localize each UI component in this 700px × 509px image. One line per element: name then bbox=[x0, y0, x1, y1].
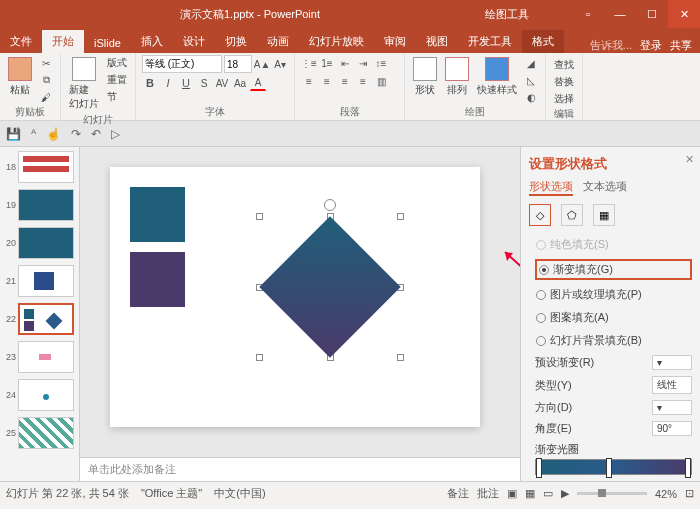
status-language[interactable]: 中文(中国) bbox=[214, 486, 265, 501]
justify-icon[interactable]: ≡ bbox=[355, 73, 371, 89]
thumb-23[interactable]: 23 bbox=[2, 341, 77, 373]
shape-effects-icon[interactable]: ◐ bbox=[523, 89, 539, 105]
minimize-icon[interactable]: — bbox=[604, 0, 636, 28]
new-slide-button[interactable]: 新建 幻灯片 bbox=[67, 55, 101, 113]
qat-undo-icon[interactable]: ↶ bbox=[91, 127, 101, 141]
resize-handle[interactable] bbox=[397, 213, 404, 220]
tab-islide[interactable]: iSlide bbox=[84, 33, 131, 53]
find-button[interactable]: 查找 bbox=[552, 57, 576, 73]
indent-inc-icon[interactable]: ⇥ bbox=[355, 55, 371, 71]
bold-icon[interactable]: B bbox=[142, 75, 158, 91]
numbering-icon[interactable]: 1≡ bbox=[319, 55, 335, 71]
layout-button[interactable]: 版式 bbox=[105, 55, 129, 71]
arrange-button[interactable]: 排列 bbox=[443, 55, 471, 99]
preset-gradient-dropdown[interactable]: ▾ bbox=[652, 355, 692, 370]
thumb-22[interactable]: 22 bbox=[2, 303, 77, 335]
share-button[interactable]: 共享 bbox=[670, 38, 692, 53]
replace-button[interactable]: 替换 bbox=[552, 74, 576, 90]
tab-view[interactable]: 视图 bbox=[416, 30, 458, 53]
slide-canvas[interactable]: 单击此处添加备注 bbox=[80, 147, 520, 481]
tell-me[interactable]: 告诉我... bbox=[590, 38, 632, 53]
select-button[interactable]: 选择 bbox=[552, 91, 576, 107]
gradient-stops-slider[interactable] bbox=[535, 459, 692, 475]
fill-gradient-radio[interactable]: 渐变填充(G) bbox=[535, 259, 692, 280]
resize-handle[interactable] bbox=[397, 354, 404, 361]
tab-design[interactable]: 设计 bbox=[173, 30, 215, 53]
gradient-stop[interactable] bbox=[685, 458, 691, 478]
ribbon-display-icon[interactable]: ▫ bbox=[572, 0, 604, 28]
spacing-icon[interactable]: Aa bbox=[232, 75, 248, 91]
align-right-icon[interactable]: ≡ bbox=[337, 73, 353, 89]
reset-button[interactable]: 重置 bbox=[105, 72, 129, 88]
tab-developer[interactable]: 开发工具 bbox=[458, 30, 522, 53]
fit-window-icon[interactable]: ⊡ bbox=[685, 487, 694, 500]
tab-review[interactable]: 审阅 bbox=[374, 30, 416, 53]
rotation-handle-icon[interactable] bbox=[324, 199, 336, 211]
gradient-type-dropdown[interactable]: 线性 bbox=[652, 376, 692, 394]
align-center-icon[interactable]: ≡ bbox=[319, 73, 335, 89]
gradient-angle-input[interactable]: 90° bbox=[652, 421, 692, 436]
view-sorter-icon[interactable]: ▦ bbox=[525, 487, 535, 500]
view-normal-icon[interactable]: ▣ bbox=[507, 487, 517, 500]
bullets-icon[interactable]: ⋮≡ bbox=[301, 55, 317, 71]
grow-font-icon[interactable]: A▲ bbox=[254, 56, 270, 72]
fill-solid-radio[interactable]: 纯色填充(S) bbox=[535, 236, 692, 253]
strike-icon[interactable]: S bbox=[196, 75, 212, 91]
resize-handle[interactable] bbox=[256, 213, 263, 220]
italic-icon[interactable]: I bbox=[160, 75, 176, 91]
paste-button[interactable]: 粘贴 bbox=[6, 55, 34, 99]
slide-thumbnails[interactable]: 18 19 20 21 22 23 24 25 bbox=[0, 147, 80, 481]
columns-icon[interactable]: ▥ bbox=[373, 73, 389, 89]
zoom-level[interactable]: 42% bbox=[655, 488, 677, 500]
status-notes-button[interactable]: 备注 bbox=[447, 486, 469, 501]
selected-shape-diamond[interactable] bbox=[260, 217, 400, 357]
tab-home[interactable]: 开始 bbox=[42, 30, 84, 53]
current-slide[interactable] bbox=[110, 167, 480, 427]
view-reading-icon[interactable]: ▭ bbox=[543, 487, 553, 500]
fill-line-icon[interactable]: ◇ bbox=[529, 204, 551, 226]
shape-square-purple[interactable] bbox=[130, 252, 185, 307]
thumb-25[interactable]: 25 bbox=[2, 417, 77, 449]
fill-pattern-radio[interactable]: 图案填充(A) bbox=[535, 309, 692, 326]
diamond-shape[interactable] bbox=[259, 216, 400, 357]
pane-close-icon[interactable]: ✕ bbox=[685, 153, 694, 166]
fill-picture-radio[interactable]: 图片或纹理填充(P) bbox=[535, 286, 692, 303]
tab-transition[interactable]: 切换 bbox=[215, 30, 257, 53]
tab-file[interactable]: 文件 bbox=[0, 30, 42, 53]
font-family-select[interactable] bbox=[142, 55, 222, 73]
cut-icon[interactable]: ✂ bbox=[38, 55, 54, 71]
pane-tab-text[interactable]: 文本选项 bbox=[583, 179, 627, 196]
thumb-19[interactable]: 19 bbox=[2, 189, 77, 221]
effects-icon[interactable]: ⬠ bbox=[561, 204, 583, 226]
thumb-21[interactable]: 21 bbox=[2, 265, 77, 297]
status-comments-button[interactable]: 批注 bbox=[477, 486, 499, 501]
tab-slideshow[interactable]: 幻灯片放映 bbox=[299, 30, 374, 53]
qat-font-icon[interactable]: ᴬ bbox=[31, 127, 36, 141]
gradient-stop[interactable] bbox=[536, 458, 542, 478]
copy-icon[interactable]: ⧉ bbox=[38, 72, 54, 88]
shrink-font-icon[interactable]: A▾ bbox=[272, 56, 288, 72]
maximize-icon[interactable]: ☐ bbox=[636, 0, 668, 28]
shadow-icon[interactable]: AV bbox=[214, 75, 230, 91]
signin-link[interactable]: 登录 bbox=[640, 38, 662, 53]
shape-square-teal[interactable] bbox=[130, 187, 185, 242]
align-left-icon[interactable]: ≡ bbox=[301, 73, 317, 89]
notes-pane[interactable]: 单击此处添加备注 bbox=[80, 457, 520, 481]
font-color-icon[interactable]: A bbox=[250, 75, 266, 91]
qat-start-icon[interactable]: ▷ bbox=[111, 127, 120, 141]
shape-fill-icon[interactable]: ◢ bbox=[523, 55, 539, 71]
resize-handle[interactable] bbox=[256, 354, 263, 361]
shape-outline-icon[interactable]: ◺ bbox=[523, 72, 539, 88]
tab-format[interactable]: 格式 bbox=[522, 30, 564, 53]
section-button[interactable]: 节 bbox=[105, 89, 129, 105]
zoom-slider[interactable] bbox=[577, 492, 647, 495]
font-size-select[interactable] bbox=[224, 55, 252, 73]
fill-slidebg-radio[interactable]: 幻灯片背景填充(B) bbox=[535, 332, 692, 349]
size-props-icon[interactable]: ▦ bbox=[593, 204, 615, 226]
format-painter-icon[interactable]: 🖌 bbox=[38, 89, 54, 105]
tab-insert[interactable]: 插入 bbox=[131, 30, 173, 53]
underline-icon[interactable]: U bbox=[178, 75, 194, 91]
view-slideshow-icon[interactable]: ▶ bbox=[561, 487, 569, 500]
qat-redo-icon[interactable]: ↷ bbox=[71, 127, 81, 141]
thumb-20[interactable]: 20 bbox=[2, 227, 77, 259]
